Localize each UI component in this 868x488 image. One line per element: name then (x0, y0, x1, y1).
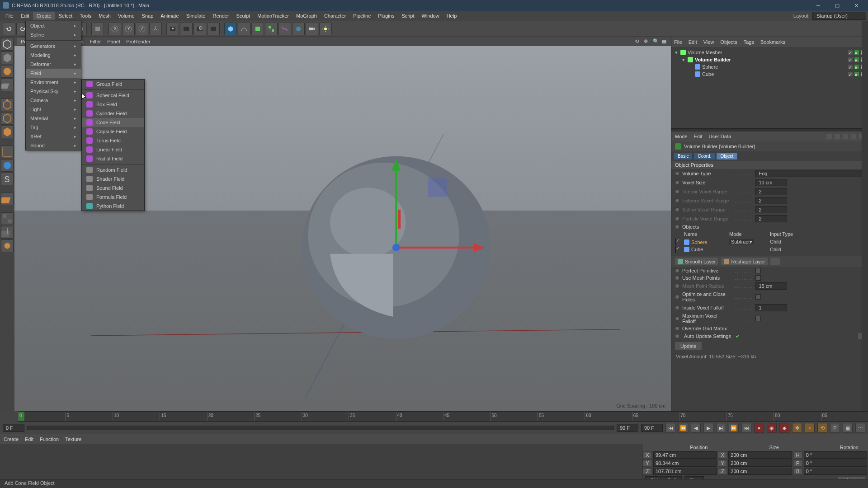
axis-x-toggle[interactable]: X (108, 23, 121, 35)
value-field[interactable]: 2 (755, 215, 787, 222)
objmgr-bookmarks[interactable]: Bookmarks (760, 39, 785, 45)
record-button[interactable]: ● (754, 423, 764, 433)
timeline-slider[interactable] (27, 426, 614, 430)
environment-button[interactable] (292, 23, 305, 35)
size-field[interactable]: 200 cm (728, 460, 792, 467)
value-field[interactable]: 2 (755, 206, 787, 213)
pos-field[interactable]: 98.344 cm (653, 460, 717, 467)
mat-function[interactable]: Function (40, 436, 59, 442)
field-item-torus-field[interactable]: Torus Field (82, 136, 144, 145)
mat-create[interactable]: Create (4, 436, 19, 442)
snap-toggle-button[interactable]: S (1, 173, 14, 185)
axis-toggle-button[interactable] (1, 145, 14, 158)
checkbox[interactable] (755, 294, 761, 300)
update-button[interactable]: Update (675, 342, 702, 350)
create-item-deformer[interactable]: Deformer▸ (26, 60, 81, 69)
next-key-button[interactable]: ⏩ (729, 423, 739, 433)
menu-help[interactable]: Help (443, 12, 461, 20)
undo-button[interactable] (3, 23, 15, 35)
menu-render[interactable]: Render (209, 12, 232, 20)
model-mode-button[interactable] (1, 52, 14, 64)
attr-userdata[interactable]: User Data (709, 134, 731, 139)
checkbox[interactable] (755, 275, 761, 281)
value-field[interactable]: 10 cm (755, 179, 787, 186)
create-item-xref[interactable]: XRef▸ (26, 132, 81, 141)
field-item-cylinder-field[interactable]: Cylinder Field (82, 109, 144, 118)
value-field[interactable]: 15 cm (755, 282, 787, 290)
polygon-mode-button[interactable] (1, 126, 14, 138)
menu-sculpt[interactable]: Sculpt (233, 12, 254, 20)
close-button[interactable]: ✕ (847, 1, 865, 10)
nav-up-icon[interactable] (835, 134, 840, 139)
field-item-shader-field[interactable]: Shader Field (82, 174, 144, 183)
spline-button[interactable] (238, 23, 250, 35)
value-field[interactable]: 2 (755, 188, 787, 195)
tree-item-cube[interactable]: Cube✓●● (674, 70, 865, 78)
size-field[interactable]: 200 cm (728, 468, 792, 475)
menu-pipeline[interactable]: Pipeline (349, 12, 374, 20)
menu-simulate[interactable]: Simulate (183, 12, 209, 20)
workplane-button[interactable] (1, 192, 14, 205)
scale-key-button[interactable]: ▫ (805, 423, 815, 433)
tree-item-sphere[interactable]: Sphere✓●● (674, 63, 865, 70)
planar-workplane-button[interactable] (1, 226, 14, 239)
make-editable-button[interactable] (1, 38, 14, 51)
field-item-group-field[interactable]: Group Field (82, 80, 144, 89)
texture-mode-button[interactable] (1, 65, 14, 78)
obj-row-sphere[interactable]: SphereSubtract▾Child (675, 238, 864, 246)
menu-character[interactable]: Character (321, 12, 349, 20)
menu-animate[interactable]: Animate (157, 12, 182, 20)
nav-fwd-icon[interactable] (843, 134, 848, 139)
vp-menu-prorender[interactable]: ProRender (126, 39, 150, 44)
array-button[interactable] (265, 23, 278, 35)
create-item-sound[interactable]: Sound▸ (26, 141, 81, 150)
objmgr-file[interactable]: File (674, 39, 682, 45)
pla-key-button[interactable]: ▦ (843, 423, 853, 433)
create-item-light[interactable]: Light▸ (26, 105, 81, 114)
smooth-layer-button[interactable]: Smooth Layer (675, 258, 718, 265)
checkbox[interactable] (755, 268, 761, 273)
field-submenu[interactable]: Group FieldSpherical FieldBox FieldCylin… (81, 79, 145, 211)
menu-window[interactable]: Window (418, 12, 443, 20)
rot-field[interactable]: 0 ° (804, 451, 867, 459)
timeline-ruler[interactable]: 051015202530354045505560657075808590 (0, 411, 868, 422)
value-field[interactable]: 1 (755, 304, 787, 311)
axis-z-toggle[interactable]: Z (136, 23, 148, 35)
viewport-solo-button[interactable] (1, 159, 14, 172)
rot-field[interactable]: 0 ° (804, 460, 867, 467)
goto-start-button[interactable]: ⏮ (665, 423, 675, 433)
mat-edit[interactable]: Edit (25, 436, 33, 442)
create-item-material[interactable]: Material▸ (26, 114, 81, 123)
tree-item-volume-builder[interactable]: ▾Volume Builder✓●● (674, 56, 865, 63)
menu-tools[interactable]: Tools (76, 12, 95, 20)
search-icon[interactable] (851, 134, 856, 139)
menu-select[interactable]: Select (55, 12, 76, 20)
rot-key-button[interactable]: ⟲ (817, 423, 827, 433)
create-item-environment[interactable]: Environment▸ (26, 78, 81, 87)
menu-motiontracker[interactable]: MotionTracker (254, 12, 292, 20)
attr-tab-basic[interactable]: Basic (674, 153, 692, 160)
value-field[interactable]: Fog (755, 170, 864, 177)
value-field[interactable]: 2 (755, 197, 787, 204)
generator-button[interactable] (251, 23, 264, 35)
play-button[interactable]: ▶ (703, 423, 713, 433)
rot-field[interactable]: 0 ° (804, 468, 867, 475)
prev-frame-button[interactable]: ◀ (691, 423, 701, 433)
autokey-button[interactable]: ◉ (767, 423, 777, 433)
layer-more-button[interactable]: ⋯ (770, 258, 780, 265)
field-item-cone-field[interactable]: Cone Field (82, 118, 144, 127)
field-item-python-field[interactable]: Python Field (82, 202, 144, 211)
attr-tab-object[interactable]: Object (717, 153, 737, 160)
range-start-field[interactable]: 0 F (3, 424, 24, 432)
maximize-button[interactable]: ▢ (828, 1, 846, 10)
nav-back-icon[interactable] (826, 134, 832, 139)
object-tree[interactable]: ▾Volume Mesher✓●●▾Volume Builder✓●●Spher… (671, 47, 868, 128)
layout-select[interactable]: Startup (User) (812, 12, 866, 20)
field-item-capsule-field[interactable]: Capsule Field (82, 127, 144, 136)
menu-script[interactable]: Script (398, 12, 418, 20)
menu-mesh[interactable]: Mesh (95, 12, 114, 20)
param-key-button[interactable]: P (830, 423, 840, 433)
vp-move-icon[interactable]: ✥ (644, 38, 650, 45)
objmgr-edit[interactable]: Edit (689, 39, 697, 45)
vp-menu-panel[interactable]: Panel (107, 39, 120, 44)
